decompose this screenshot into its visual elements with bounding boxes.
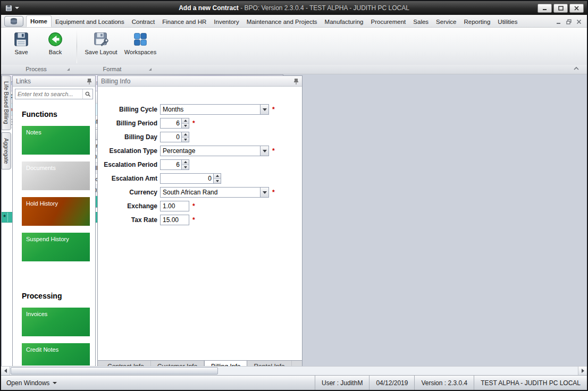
scrollbar-thumb[interactable] — [11, 367, 218, 375]
maximize-button[interactable] — [553, 4, 568, 13]
suspend-history-button[interactable]: Suspend History — [22, 233, 90, 261]
ribbon-tab-home[interactable]: Home — [26, 15, 52, 27]
links-search-input[interactable] — [15, 89, 82, 99]
format-dialog-launcher-icon[interactable] — [149, 68, 152, 71]
app-window: Add a new Contract - BPO: Version 2.3.0.… — [0, 0, 588, 391]
ribbon-tab-manufacturing[interactable]: Manufacturing — [321, 16, 367, 27]
minimize-button[interactable] — [537, 4, 552, 13]
new-row-marker: * — [3, 214, 6, 221]
field-row-escalation-type: Escalation Type Percentage * — [98, 144, 302, 158]
field-row-tax-rate: Tax Rate * — [98, 213, 302, 227]
ribbon-tab-reporting[interactable]: Reporting — [460, 16, 494, 27]
mdi-restore-icon[interactable] — [566, 19, 572, 24]
currency-label: Currency — [98, 189, 157, 196]
process-dialog-launcher-icon[interactable] — [67, 68, 70, 71]
dropdown-button[interactable] — [260, 188, 268, 197]
save-button[interactable]: Save — [4, 29, 38, 65]
mdi-close-icon[interactable] — [576, 19, 582, 24]
close-button[interactable] — [569, 4, 584, 13]
mdi-minimize-icon[interactable] — [556, 19, 561, 24]
hold-history-button[interactable]: Hold History — [22, 197, 90, 226]
spin-down-button[interactable] — [214, 179, 221, 184]
ribbon-tab-equipment-and-locations[interactable]: Equipment and Locations — [52, 16, 128, 27]
side-tab-life-based-billing[interactable]: Life Based Billing — [2, 75, 11, 130]
functions-heading: Functions — [22, 110, 95, 118]
ribbon-tab-service[interactable]: Service — [432, 16, 460, 27]
back-button[interactable]: Back — [38, 29, 72, 65]
credit-notes-button[interactable]: Credit Notes — [22, 343, 90, 366]
side-tab-strip: Life Based Billing Aggregate — [2, 75, 12, 172]
exchange-input[interactable] — [160, 201, 189, 211]
escalation-amt-input[interactable] — [161, 174, 213, 183]
ribbon-tab-procurement[interactable]: Procurement — [367, 16, 409, 27]
spin-up-button[interactable] — [182, 118, 189, 124]
escalation-period-label: Escalation Period — [98, 161, 157, 168]
workspaces-button[interactable]: Workspaces — [121, 29, 160, 65]
side-tab-aggregate[interactable]: Aggregate — [2, 132, 11, 169]
escalation-type-select[interactable]: Percentage — [160, 146, 269, 156]
spin-down-button[interactable] — [182, 124, 189, 129]
required-marker: * — [192, 120, 195, 127]
links-panel-title: Links — [16, 78, 87, 85]
required-marker: * — [272, 106, 275, 113]
minimize-icon — [542, 6, 548, 11]
billing-period-input[interactable] — [161, 118, 181, 128]
workspace: Life Based Billing Aggregate Links Funct… — [1, 74, 587, 375]
required-marker: * — [192, 216, 195, 224]
spin-up-button[interactable] — [182, 132, 189, 138]
ribbon-tab-contract[interactable]: Contract — [128, 16, 158, 27]
escalation-period-spinner[interactable] — [160, 159, 189, 170]
billing-day-spinner[interactable] — [160, 132, 189, 142]
search-button[interactable] — [82, 89, 93, 99]
status-user: User : JudithM — [315, 376, 369, 390]
spin-up-button[interactable] — [214, 174, 221, 179]
chevron-down-icon — [263, 191, 267, 194]
field-row-billing-day: Billing Day — [98, 130, 302, 144]
tax-rate-input[interactable] — [160, 215, 189, 225]
documents-button[interactable]: Documents — [22, 162, 90, 190]
scroll-right-button[interactable] — [578, 367, 587, 375]
ribbon-tab-utilities[interactable]: Utilities — [494, 16, 521, 27]
billing-info-panel: Billing Info Billing Cycle Months * Bill… — [97, 75, 303, 373]
escalation-period-input[interactable] — [161, 160, 181, 169]
ribbon-tab-maintenance-and-projects[interactable]: Maintenance and Projects — [243, 16, 321, 27]
billing-cycle-select[interactable]: Months — [160, 104, 269, 115]
ribbon-tab-sales[interactable]: Sales — [409, 16, 432, 27]
billing-period-spinner[interactable] — [160, 118, 189, 129]
billing-period-label: Billing Period — [98, 120, 157, 127]
spin-up-button[interactable] — [182, 160, 189, 165]
qat-dropdown-icon[interactable] — [15, 7, 19, 9]
pin-icon[interactable] — [293, 78, 299, 84]
status-segments: User : JudithM 04/12/2019 Version : 2.3.… — [315, 376, 587, 390]
escalation-amt-spinner[interactable] — [160, 173, 221, 184]
horizontal-scrollbar[interactable] — [1, 366, 587, 375]
tax-rate-label: Tax Rate — [98, 216, 157, 224]
pin-icon[interactable] — [87, 78, 92, 84]
scroll-left-icon — [4, 369, 7, 373]
spin-down-button[interactable] — [182, 165, 189, 170]
ribbon-tab-finance-and-hr[interactable]: Finance and HR — [158, 16, 210, 27]
quick-access-toolbar[interactable] — [1, 5, 19, 12]
required-marker: * — [272, 147, 275, 155]
ribbon-collapse-chevron-icon[interactable] — [573, 66, 579, 71]
save-layout-icon — [93, 31, 109, 47]
processing-heading: Processing — [22, 292, 95, 300]
save-layout-button[interactable]: Save Layout — [81, 29, 121, 65]
spin-down-button[interactable] — [182, 138, 189, 142]
currency-value: South African Rand — [161, 188, 260, 197]
currency-select[interactable]: South African Rand — [160, 187, 269, 198]
invoices-button[interactable]: Invoices — [22, 308, 90, 336]
application-menu-button[interactable] — [4, 16, 23, 27]
ribbon-tab-inventory[interactable]: Inventory — [210, 16, 242, 27]
spacer — [22, 268, 95, 287]
notes-button[interactable]: Notes — [22, 126, 90, 155]
dropdown-button[interactable] — [260, 105, 268, 114]
scroll-left-button[interactable] — [1, 367, 10, 375]
open-windows-dropdown[interactable]: Open Windows — [1, 379, 57, 387]
billing-day-input[interactable] — [161, 132, 181, 142]
new-row-indicator-cell: * — [2, 212, 8, 222]
dropdown-button[interactable] — [260, 146, 268, 156]
maximize-icon — [558, 6, 564, 11]
ribbon-group-separator — [77, 29, 77, 63]
billing-cycle-value: Months — [161, 105, 260, 114]
